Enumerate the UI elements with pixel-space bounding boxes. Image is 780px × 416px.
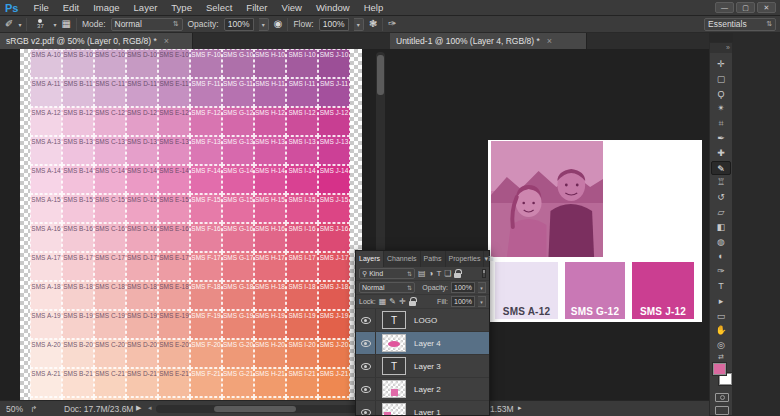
filter-adjustment-icon[interactable]: ◑ [429,269,434,279]
menu-type[interactable]: Type [164,2,199,13]
dodge-tool[interactable]: ◐ [711,249,731,263]
gradient-tool[interactable]: ◧ [711,220,731,234]
path-selection-tool[interactable]: ▸ [711,294,731,308]
visibility-toggle[interactable] [356,355,376,377]
lock-all-icon[interactable] [409,301,416,306]
filter-kind-select[interactable]: ⚲ Kind ⇅ [359,268,415,279]
type-tool[interactable]: T [711,279,731,293]
crop-tool[interactable]: ⌗ [711,116,731,130]
fill-input[interactable]: 100% [451,296,475,307]
lock-paint-icon[interactable]: ✎ [389,297,396,307]
fill-dropdown[interactable]: ▾ [478,296,486,307]
panel-tab-paths[interactable]: Paths [421,251,446,267]
panel-tab-channels[interactable]: Channels [384,251,421,267]
brush-tool[interactable]: ✎ [711,161,731,175]
scrollbar-thumb[interactable] [214,406,296,412]
tab-close-icon[interactable]: × [547,36,552,46]
menu-window[interactable]: Window [309,2,357,13]
panel-tab-layers[interactable]: Layers [356,251,384,267]
layer-thumbnail[interactable] [382,334,406,352]
visibility-toggle[interactable] [356,401,376,415]
blur-tool[interactable]: ◍ [711,235,731,249]
brush-panel-toggle-icon[interactable]: ▦ [61,19,70,29]
visibility-toggle[interactable] [356,309,376,331]
tab-untitled-document[interactable]: Untitled-1 @ 100% (Layer 4, RGB/8) * × [390,33,587,49]
close-button[interactable]: ✕ [757,2,776,13]
opacity-input[interactable]: 100% [224,18,254,31]
brush-preset-picker[interactable]: 37 [32,19,48,29]
tab-close-icon[interactable]: × [164,36,169,46]
flow-dropdown-button[interactable]: ▾ [354,18,364,31]
layer-row[interactable]: Layer 4 [356,332,489,355]
export-icon[interactable]: ↱ [30,404,37,414]
visibility-toggle[interactable] [356,332,376,354]
menu-filter[interactable]: Filter [239,2,274,13]
history-brush-tool[interactable]: ↺ [711,190,731,204]
menu-select[interactable]: Select [199,2,239,13]
layer-row[interactable]: Layer 1 [356,401,489,415]
lasso-tool[interactable]: Ϙ [711,87,731,101]
airbrush-icon[interactable]: ❃ [369,19,377,29]
quick-selection-tool[interactable]: ✴ [711,101,731,115]
layer-thumbnail[interactable]: T [382,357,406,375]
panel-tab-properties[interactable]: Properties [446,251,485,267]
panel-menu-icon[interactable]: ▾≣ [484,251,496,267]
brush-preset-arrow-icon[interactable]: ▾ [53,21,56,28]
pressure-opacity-icon[interactable]: ◉ [274,19,283,29]
restore-button[interactable]: ▢ [736,2,755,13]
menu-layer[interactable]: Layer [127,2,165,13]
menu-file[interactable]: File [26,2,55,13]
move-tool[interactable]: ✛ [711,57,731,71]
lock-position-icon[interactable]: ✛ [399,297,406,307]
layer-thumbnail[interactable] [382,403,406,415]
layer-row[interactable]: TLOGO [356,309,489,332]
swap-colors-icon[interactable]: ⇄ [710,353,732,361]
workspace-switcher[interactable]: Essentials ⇅ [704,18,776,31]
tab-srgb-document[interactable]: sRGB v2.pdf @ 50% (Layer 0, RGB/8) * × [0,33,193,49]
zoom-tool[interactable]: ◎ [711,338,731,352]
layer-blend-mode-select[interactable]: Normal ⇅ [359,282,415,293]
screen-mode-button[interactable] [715,406,729,415]
canvas-srgb-document[interactable]: SMS A-10SMS B-10SMS C-10SMS D-10SMS E-10… [0,49,390,400]
pen-tool[interactable]: ✑ [711,264,731,278]
marquee-tool[interactable]: ▢ [711,72,731,86]
filter-image-icon[interactable]: ▤ [418,269,426,279]
eyedropper-tool[interactable]: ✒ [711,131,731,145]
minimize-button[interactable]: — [715,2,734,13]
filter-toggle-switch[interactable] [482,269,486,278]
shape-tool[interactable]: ▭ [711,309,731,323]
pressure-size-icon[interactable]: ✑ [388,19,396,29]
opacity-dropdown-button[interactable]: ▾ [259,18,269,31]
quick-mask-button[interactable] [715,393,729,402]
clone-stamp-tool[interactable]: ♖ [711,175,731,189]
scroll-left-icon[interactable]: ◂ [148,404,152,412]
layer-row[interactable]: TLayer 3 [356,355,489,378]
layer-opacity-input[interactable]: 100% [451,282,475,293]
blend-mode-select[interactable]: Normal ⇅ [111,18,183,31]
layer-thumbnail[interactable]: T [382,311,406,329]
flow-input[interactable]: 100% [319,18,349,31]
status-arrow-icon[interactable]: ▶ [136,404,141,412]
healing-brush-tool[interactable]: ✚ [711,146,731,160]
filter-shape-icon[interactable]: ❏ [444,269,451,279]
menu-image[interactable]: Image [86,2,126,13]
filter-smart-object-icon[interactable] [454,273,461,278]
foreground-color-swatch[interactable] [713,363,726,375]
lock-transparency-icon[interactable]: ▦ [379,297,387,307]
layer-row[interactable]: Layer 2 [356,378,489,401]
horizontal-scrollbar[interactable] [156,405,364,413]
layer-thumbnail[interactable] [382,380,406,398]
status-arrow-icon[interactable]: ▸ [518,404,522,412]
scrollbar-thumb[interactable] [377,55,384,95]
layer-opacity-dropdown[interactable]: ▾ [478,282,486,293]
hand-tool[interactable]: ✋ [711,323,731,337]
tool-preset-arrow-icon[interactable]: ▾ [18,21,21,28]
brush-tool-icon[interactable]: ✐ [5,19,13,29]
visibility-toggle[interactable] [356,378,376,400]
menu-view[interactable]: View [274,2,308,13]
filter-type-icon[interactable]: T [436,269,441,279]
menu-help[interactable]: Help [357,2,391,13]
menu-edit[interactable]: Edit [56,2,86,13]
zoom-level[interactable]: 50% [6,404,23,414]
eraser-tool[interactable]: ▱ [711,205,731,219]
